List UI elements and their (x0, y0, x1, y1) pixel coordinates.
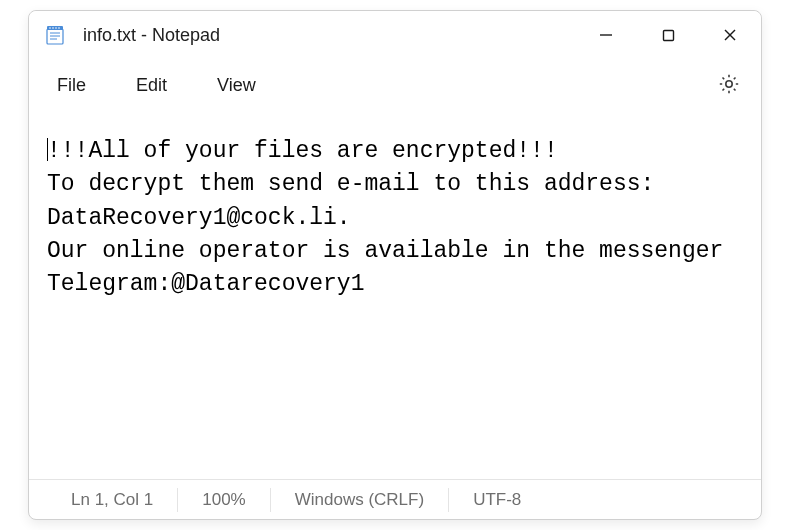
window-title: info.txt - Notepad (83, 25, 575, 46)
titlebar: info.txt - Notepad (29, 11, 761, 59)
notepad-app-icon (43, 23, 67, 47)
minimize-button[interactable] (575, 11, 637, 59)
svg-point-8 (58, 27, 60, 29)
text-editor-area[interactable]: !!!All of your files are encrypted!!! To… (29, 113, 761, 479)
svg-point-7 (55, 27, 57, 29)
statusbar: Ln 1, Col 1 100% Windows (CRLF) UTF-8 (29, 479, 761, 519)
menu-file[interactable]: File (41, 67, 102, 104)
menu-edit[interactable]: Edit (120, 67, 183, 104)
status-zoom: 100% (178, 488, 270, 512)
svg-point-6 (52, 27, 54, 29)
settings-button[interactable] (709, 66, 749, 106)
svg-rect-10 (663, 30, 673, 40)
status-line-ending: Windows (CRLF) (271, 488, 449, 512)
document-text: !!!All of your files are encrypted!!! To… (47, 138, 737, 297)
window-controls (575, 11, 761, 59)
gear-icon (717, 72, 741, 100)
menu-view[interactable]: View (201, 67, 272, 104)
notepad-window: info.txt - Notepad File Edit View (28, 10, 762, 520)
menubar: File Edit View (29, 59, 761, 113)
svg-point-5 (49, 27, 51, 29)
status-cursor-position: Ln 1, Col 1 (35, 488, 178, 512)
maximize-button[interactable] (637, 11, 699, 59)
svg-point-13 (726, 80, 732, 86)
close-button[interactable] (699, 11, 761, 59)
status-encoding: UTF-8 (449, 488, 545, 512)
